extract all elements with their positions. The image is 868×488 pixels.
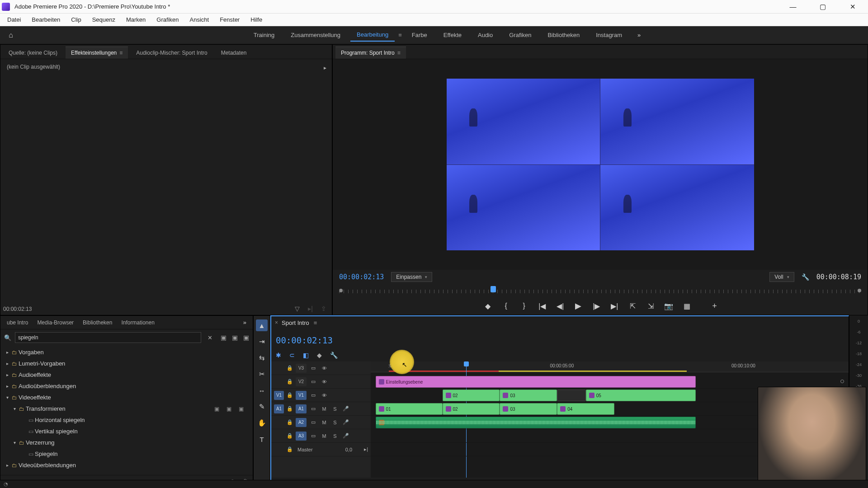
home-icon[interactable]: ⌂ xyxy=(5,29,17,42)
tab-media-browser[interactable]: Media-Browser xyxy=(33,317,78,328)
menu-grafiken[interactable]: Grafiken xyxy=(152,14,183,25)
track-header-master[interactable]: 🔒Master0,0▸| xyxy=(271,443,371,456)
clip-v2-02[interactable]: 02 xyxy=(443,389,500,401)
clip-v1-03[interactable]: 03 xyxy=(500,403,557,415)
track-header-a1[interactable]: A1🔒A1▭MS🎤 xyxy=(271,402,371,416)
wrench-icon[interactable]: 🔧 xyxy=(330,352,338,359)
lock-icon[interactable]: 🔒 xyxy=(287,433,293,439)
mark-out-button[interactable]: } xyxy=(519,302,528,310)
clip-v2-03[interactable]: 03 xyxy=(500,389,557,401)
maximize-button[interactable]: ▢ xyxy=(814,3,832,11)
tab-project[interactable]: ube Intro xyxy=(2,317,33,328)
tab-effekteinstellungen[interactable]: Effekteinstellungen≡ xyxy=(66,47,128,59)
tree-audioeffekte[interactable]: ▸🗀Audioeffekte xyxy=(0,369,253,380)
lock-icon[interactable]: 🔒 xyxy=(287,446,293,452)
step-forward-button[interactable]: |▶ xyxy=(592,302,601,310)
tree-verzerrung[interactable]: ▾🗀Verzerrung xyxy=(0,437,253,448)
tree-transformieren[interactable]: ▾🗀Transformieren▣▣▣ xyxy=(0,403,253,414)
menu-bearbeiten[interactable]: Bearbeiten xyxy=(27,14,65,25)
clip-v1-04[interactable]: 04 xyxy=(557,403,614,415)
hand-tool[interactable]: ✋ xyxy=(256,417,268,429)
program-scrubber[interactable] xyxy=(339,284,861,297)
lock-icon[interactable]: 🔒 xyxy=(287,419,293,425)
tree-videoueberblendungen[interactable]: ▸🗀Videoüberblendungen xyxy=(0,460,253,471)
sync-lock-icon[interactable]: ▭ xyxy=(309,378,317,386)
workspace-grafiken[interactable]: Grafiken xyxy=(503,29,538,41)
tree-lumetri[interactable]: ▸🗀Lumetri-Vorgaben xyxy=(0,358,253,369)
track-header-a3[interactable]: 🔒A3▭MS🎤 xyxy=(271,429,371,443)
sequence-name[interactable]: Sport Intro xyxy=(282,319,309,326)
32bit-filter-icon[interactable]: ▣ xyxy=(232,334,238,341)
razor-tool[interactable]: ✂ xyxy=(256,368,268,380)
lock-icon[interactable]: 🔒 xyxy=(287,379,293,385)
add-marker-button[interactable]: ◆ xyxy=(483,302,492,310)
mark-in-button[interactable]: { xyxy=(501,302,510,310)
track-header-a2[interactable]: 🔒A2▭MS🎤 xyxy=(271,416,371,429)
marker-icon[interactable]: ◧ xyxy=(303,352,309,359)
linked-selection-icon[interactable]: ⊂ xyxy=(289,352,295,359)
extract-button[interactable]: ⇲ xyxy=(646,302,655,310)
workspace-bearbeitung[interactable]: Bearbeitung xyxy=(350,28,395,42)
panel-menu-icon[interactable]: ≡ xyxy=(314,319,317,326)
sync-lock-icon[interactable]: ▭ xyxy=(309,405,317,413)
export-frame-button[interactable]: 📷 xyxy=(664,302,673,310)
sync-lock-icon[interactable]: ▭ xyxy=(309,391,317,399)
track-select-tool[interactable]: ⇥ xyxy=(256,336,268,347)
workspace-bibliotheken[interactable]: Bibliotheken xyxy=(541,29,586,41)
mute-button[interactable]: M xyxy=(320,405,328,413)
workspace-audio[interactable]: Audio xyxy=(472,29,499,41)
menu-marken[interactable]: Marken xyxy=(122,14,150,25)
solo-button[interactable]: S xyxy=(331,432,339,440)
slip-tool[interactable]: ↔ xyxy=(256,385,268,396)
menu-sequenz[interactable]: Sequenz xyxy=(88,14,120,25)
tree-audioueberblendungen[interactable]: ▸🗀Audioüberblendungen xyxy=(0,380,253,392)
voice-over-icon[interactable]: 🎤 xyxy=(342,432,350,440)
clip-v1-02[interactable]: 02 xyxy=(443,403,500,415)
zoom-knob-icon[interactable] xyxy=(840,380,844,383)
mute-button[interactable]: M xyxy=(320,432,328,440)
voice-over-icon[interactable]: 🎤 xyxy=(342,418,350,427)
tab-informationen[interactable]: Informationen xyxy=(117,317,159,328)
tree-vorgaben[interactable]: ▸🗀Vorgaben xyxy=(0,347,253,358)
workspace-farbe[interactable]: Farbe xyxy=(406,29,434,41)
lock-icon[interactable]: 🔒 xyxy=(287,365,293,371)
sync-lock-icon[interactable]: ▭ xyxy=(309,418,317,427)
minimize-button[interactable]: — xyxy=(784,3,802,11)
program-timecode-current[interactable]: 00:00:02:13 xyxy=(339,273,384,281)
lock-icon[interactable]: 🔒 xyxy=(287,406,293,412)
type-tool[interactable]: T xyxy=(256,433,268,445)
export-icon[interactable]: ⇪ xyxy=(321,305,326,312)
menu-ansicht[interactable]: Ansicht xyxy=(185,14,213,25)
workspace-instagram[interactable]: Instagram xyxy=(590,29,628,41)
mute-button[interactable]: M xyxy=(320,418,328,427)
clip-audio[interactable] xyxy=(376,417,696,428)
workspace-training[interactable]: Training xyxy=(247,29,281,41)
track-header-v1[interactable]: V1🔒V1▭👁 xyxy=(271,389,371,402)
menu-hilfe[interactable]: Hilfe xyxy=(246,14,267,25)
workspace-menu-icon[interactable]: ≡ xyxy=(398,32,402,38)
program-monitor[interactable] xyxy=(333,59,868,270)
clear-search-button[interactable]: ✕ xyxy=(205,334,215,341)
eye-icon[interactable]: 👁 xyxy=(320,378,328,386)
goto-in-button[interactable]: |◀ xyxy=(538,302,547,310)
step-back-button[interactable]: ◀| xyxy=(556,302,565,310)
timeline-timecode[interactable]: 00:00:02:13 xyxy=(276,335,333,345)
close-button[interactable]: ✕ xyxy=(844,3,862,11)
eye-icon[interactable]: 👁 xyxy=(320,391,328,399)
expand-icon[interactable]: ▸ xyxy=(324,65,326,71)
clip-gap[interactable] xyxy=(557,389,585,401)
panel-menu-icon[interactable]: ≡ xyxy=(119,50,123,56)
step-icon[interactable]: ▸| xyxy=(308,305,313,312)
effects-search-input[interactable] xyxy=(15,332,201,343)
lift-button[interactable]: ⇱ xyxy=(628,302,637,310)
playhead-marker[interactable] xyxy=(491,286,496,292)
track-header-v3[interactable]: 🔒V3▭👁 xyxy=(271,361,371,375)
filter-icon[interactable]: ▽ xyxy=(295,305,300,312)
settings-icon[interactable]: ◆ xyxy=(317,352,322,359)
clip-adjustment-layer[interactable]: Einstellungsebene xyxy=(376,376,696,388)
sync-lock-icon[interactable]: ▭ xyxy=(309,364,317,372)
pen-tool[interactable]: ✎ xyxy=(256,401,268,413)
ripple-edit-tool[interactable]: ⇆ xyxy=(256,352,268,364)
play-button[interactable]: ▶ xyxy=(574,301,583,311)
button-editor-icon[interactable]: + xyxy=(712,301,717,311)
